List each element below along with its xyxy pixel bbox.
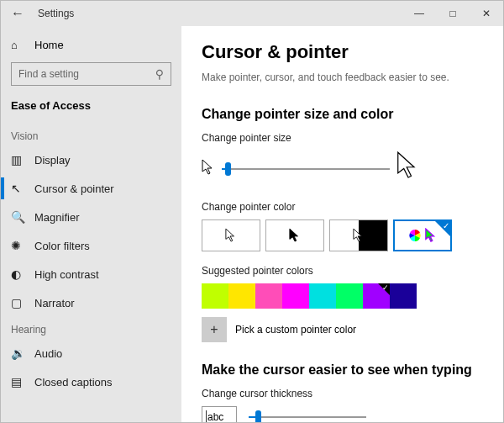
- sidebar-item-audio[interactable]: 🔉Audio: [1, 339, 181, 367]
- sidebar-item-display[interactable]: ▥Display: [1, 145, 181, 174]
- pick-custom-color-label: Pick a custom pointer color: [235, 324, 356, 336]
- sidebar-item-cc[interactable]: ▤Closed captions: [1, 367, 181, 396]
- window-title: Settings: [38, 8, 74, 19]
- suggested-color-7[interactable]: [390, 283, 417, 309]
- suggested-colors-row: ✓: [202, 283, 483, 309]
- pointer-color-inverted[interactable]: [329, 219, 388, 251]
- pointer-color-white[interactable]: [202, 219, 260, 251]
- narrator-icon: ▢: [11, 296, 26, 309]
- suggested-color-2[interactable]: [255, 283, 282, 309]
- audio-icon: 🔉: [11, 346, 26, 360]
- search-input[interactable]: Find a setting ⚲: [11, 62, 171, 86]
- large-cursor-icon: [396, 151, 420, 188]
- suggested-color-6[interactable]: ✓: [363, 283, 390, 309]
- close-button[interactable]: ✕: [470, 1, 503, 26]
- section-cursor-typing: Make the cursor easier to see when typin…: [202, 362, 483, 378]
- sidebar-item-highcontrast[interactable]: ◐High contrast: [1, 260, 181, 288]
- sidebar: ⌂ Home Find a setting ⚲ Ease of Access V…: [1, 26, 181, 423]
- pick-custom-color-button[interactable]: +: [202, 317, 227, 342]
- pointer-size-label: Change pointer size: [202, 132, 483, 144]
- minimize-button[interactable]: —: [402, 1, 436, 26]
- suggested-color-0[interactable]: [202, 283, 228, 309]
- pointer-size-slider[interactable]: [222, 161, 390, 177]
- category-title: Ease of Access: [11, 94, 181, 124]
- cursor-icon: ↖: [11, 182, 26, 195]
- group-vision: Vision: [11, 124, 181, 145]
- sidebar-item-narrator[interactable]: ▢Narrator: [1, 288, 181, 317]
- maximize-button[interactable]: □: [436, 1, 470, 26]
- main-content: Cursor & pointer Make pointer, cursor, a…: [181, 26, 503, 423]
- highcontrast-icon: ◐: [11, 267, 26, 281]
- search-placeholder: Find a setting: [18, 68, 155, 80]
- colorwheel-icon: [408, 229, 422, 242]
- suggested-color-4[interactable]: [309, 283, 336, 309]
- back-button[interactable]: ←: [1, 6, 34, 21]
- home-icon: ⌂: [11, 39, 26, 51]
- page-title: Cursor & pointer: [202, 41, 483, 63]
- suggested-color-5[interactable]: [336, 283, 363, 309]
- sidebar-item-cursor[interactable]: ↖Cursor & pointer: [1, 174, 181, 203]
- page-subtitle: Make pointer, cursor, and touch feedback…: [202, 71, 483, 83]
- sidebar-item-magnifier[interactable]: 🔍Magnifier: [1, 203, 181, 231]
- search-icon: ⚲: [155, 67, 164, 81]
- cc-icon: ▤: [11, 375, 26, 389]
- small-cursor-icon: [202, 159, 215, 179]
- suggested-colors-label: Suggested pointer colors: [202, 265, 483, 277]
- display-icon: ▥: [11, 153, 26, 167]
- pointer-color-label: Change pointer color: [202, 201, 483, 213]
- home-label: Home: [34, 39, 64, 51]
- magnifier-icon: 🔍: [11, 210, 26, 224]
- home-link[interactable]: ⌂ Home: [11, 34, 181, 56]
- pointer-color-custom[interactable]: ✓: [393, 219, 452, 251]
- pointer-color-black[interactable]: [265, 219, 324, 251]
- section-size-color: Change pointer size and color: [202, 107, 483, 122]
- suggested-color-1[interactable]: [228, 283, 255, 309]
- cursor-sample: abc: [202, 406, 237, 423]
- cursor-thickness-label: Change cursor thickness: [202, 388, 483, 399]
- group-hearing: Hearing: [11, 317, 181, 339]
- cursor-thickness-slider[interactable]: [249, 409, 366, 423]
- colorfilters-icon: ✺: [11, 239, 26, 252]
- sidebar-item-colorfilters[interactable]: ✺Color filters: [1, 231, 181, 260]
- suggested-color-3[interactable]: [282, 283, 309, 309]
